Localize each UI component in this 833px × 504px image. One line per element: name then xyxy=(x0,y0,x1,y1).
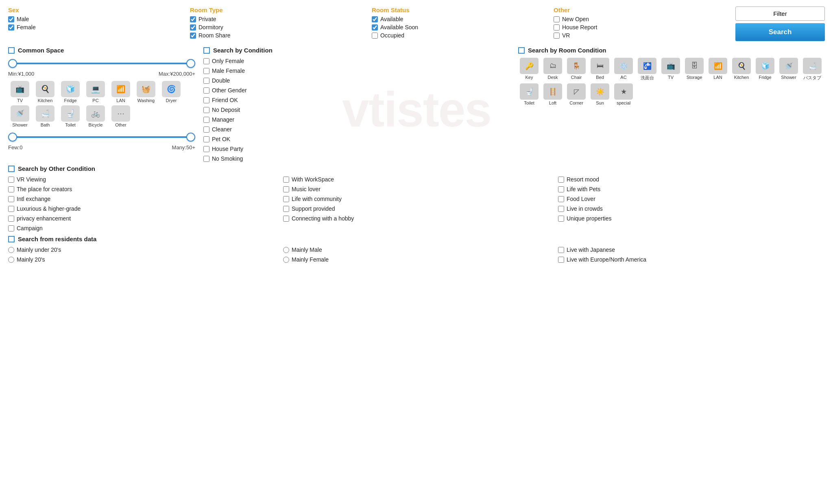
other-col1-cb-3[interactable] xyxy=(283,206,289,212)
condition-checkbox-2[interactable] xyxy=(203,78,209,84)
condition-checkbox-9[interactable] xyxy=(203,146,209,152)
room-type-share-row: Room Share xyxy=(190,32,364,39)
room-icon-item-lan[interactable]: 📶 LAN xyxy=(707,58,729,81)
other-col2-cb-3[interactable] xyxy=(558,206,564,212)
room-icon-box-14: 🪜 xyxy=(543,83,562,100)
other-col2-cb-2[interactable] xyxy=(558,196,564,202)
room-icon-box-10: 🧊 xyxy=(756,58,774,74)
other-col2-item-0: Resort mood xyxy=(558,176,825,183)
amenity-item-bicycle[interactable]: 🚲 Bicycle xyxy=(84,105,107,127)
residents-col3-input-1[interactable] xyxy=(558,257,564,263)
condition-checkbox-8[interactable] xyxy=(203,136,209,142)
other-vr-checkbox[interactable] xyxy=(554,33,560,39)
amenity-item-tv[interactable]: 📺 TV xyxy=(8,81,32,103)
room-icon-item-kitchen[interactable]: 🍳 Kitchen xyxy=(731,58,752,81)
price-min-label: Min:¥1,000 xyxy=(8,71,34,77)
condition-checkbox-10[interactable] xyxy=(203,156,209,162)
amenity-icon-11: ⋯ xyxy=(111,105,130,122)
filter-button[interactable]: Filter xyxy=(735,7,825,21)
room-icon-item-バスタブ[interactable]: 🛁 バスタブ xyxy=(801,58,823,81)
amenity-item-lan[interactable]: 📶 LAN xyxy=(109,81,133,103)
room-icon-label-8: LAN xyxy=(713,75,722,80)
room-status-label: Room Status xyxy=(372,7,545,13)
amenity-item-shower[interactable]: 🚿 Shower xyxy=(8,105,32,127)
people-slider-min-handle[interactable] xyxy=(8,133,17,142)
residents-col3-input-0[interactable] xyxy=(558,247,564,253)
room-icon-item-bed[interactable]: 🛏 Bed xyxy=(589,58,611,81)
room-icon-label-0: Key xyxy=(526,75,533,80)
room-icon-item-special[interactable]: ★ special xyxy=(613,83,635,105)
amenity-item-other[interactable]: ⋯ Other xyxy=(109,105,133,127)
amenity-label-9: Toilet xyxy=(65,122,76,127)
room-status-occupied-checkbox[interactable] xyxy=(372,33,378,39)
room-icon-item-chair[interactable]: 🪑 Chair xyxy=(565,58,587,81)
other-vr-label: VR xyxy=(562,32,570,39)
sex-male-checkbox[interactable] xyxy=(8,16,14,22)
other-col2-cb-4[interactable] xyxy=(558,216,564,222)
condition-checkbox-0[interactable] xyxy=(203,58,209,64)
other-condition-section: Search by Other Condition VR ViewingThe … xyxy=(8,165,825,231)
other-col0-cb-5[interactable] xyxy=(8,225,14,231)
amenity-item-pc[interactable]: 💻 PC xyxy=(84,81,107,103)
amenity-item-washing[interactable]: 🧺 Washing xyxy=(134,81,158,103)
other-col0-cb-0[interactable] xyxy=(8,177,14,183)
room-type-private-checkbox[interactable] xyxy=(190,16,196,22)
amenity-item-fridge[interactable]: 🧊 Fridge xyxy=(59,81,82,103)
other-col1-cb-1[interactable] xyxy=(283,186,289,192)
room-icon-item-loft[interactable]: 🪜 Loft xyxy=(542,83,564,105)
amenity-item-bath[interactable]: 🛁 Bath xyxy=(33,105,57,127)
condition-item-3: Other Gender xyxy=(203,87,510,94)
room-icon-item-ac[interactable]: ❄️ AC xyxy=(613,58,635,81)
room-icon-item-shower[interactable]: 🚿 Shower xyxy=(778,58,800,81)
room-icon-item-sun[interactable]: ☀️ Sun xyxy=(589,83,611,105)
other-housereport-checkbox[interactable] xyxy=(554,24,560,31)
condition-label-6: Manager xyxy=(212,116,234,123)
amenity-item-dryer[interactable]: 🌀 Dryer xyxy=(159,81,183,103)
room-icon-item-key[interactable]: 🔑 Key xyxy=(518,58,540,81)
other-col0-cb-2[interactable] xyxy=(8,196,14,202)
amenity-item-kitchen[interactable]: 🍳 Kitchen xyxy=(33,81,57,103)
room-icon-item-desk[interactable]: 🗂 Desk xyxy=(542,58,564,81)
residents-col2-input-0[interactable] xyxy=(283,247,289,253)
price-slider-max-handle[interactable] xyxy=(186,59,195,68)
condition-checkbox-5[interactable] xyxy=(203,107,209,113)
residents-col2-input-1[interactable] xyxy=(283,257,289,263)
room-status-soon-checkbox[interactable] xyxy=(372,24,378,31)
room-status-available-row: Available xyxy=(372,16,545,22)
room-status-available-checkbox[interactable] xyxy=(372,16,378,22)
other-col1-cb-0[interactable] xyxy=(283,177,289,183)
room-type-dormitory-checkbox[interactable] xyxy=(190,24,196,31)
room-icon-item-corner[interactable]: ◸ Corner xyxy=(565,83,587,105)
other-col1-cb-2[interactable] xyxy=(283,196,289,202)
price-slider-labels: Min:¥1,000 Max:¥200,000+ xyxy=(8,71,195,77)
sex-female-checkbox[interactable] xyxy=(8,24,14,31)
other-col1-cb-4[interactable] xyxy=(283,216,289,222)
condition-checkbox-6[interactable] xyxy=(203,117,209,123)
residents-col1-input-1[interactable] xyxy=(8,257,14,263)
room-icon-box-1: 🗂 xyxy=(543,58,562,74)
amenity-icon-7: 🚿 xyxy=(11,105,29,122)
main-grid: Common Space Min:¥1,000 Max:¥200,000+ xyxy=(8,47,825,263)
other-col2-cb-0[interactable] xyxy=(558,177,564,183)
room-icon-item-storage[interactable]: 🗄 Storage xyxy=(683,58,705,81)
amenity-item-toilet[interactable]: 🚽 Toilet xyxy=(59,105,82,127)
room-icon-item-fridge[interactable]: 🧊 Fridge xyxy=(754,58,776,81)
other-col0-cb-1[interactable] xyxy=(8,186,14,192)
other-col0-cb-3[interactable] xyxy=(8,206,14,212)
other-newopen-checkbox[interactable] xyxy=(554,16,560,22)
price-slider-min-handle[interactable] xyxy=(8,59,17,68)
search-button[interactable]: Search xyxy=(735,23,825,41)
room-icon-item-洗面台[interactable]: 🚰 洗面台 xyxy=(636,58,658,81)
amenity-label-8: Bath xyxy=(41,122,50,127)
people-slider-max-handle[interactable] xyxy=(186,133,195,142)
room-type-share-checkbox[interactable] xyxy=(190,33,196,39)
room-icon-item-tv[interactable]: 📺 TV xyxy=(660,58,682,81)
other-col0-cb-4[interactable] xyxy=(8,216,14,222)
other-col2-cb-1[interactable] xyxy=(558,186,564,192)
condition-checkbox-7[interactable] xyxy=(203,127,209,133)
room-icon-item-toilet[interactable]: 🚽 Toilet xyxy=(518,83,540,105)
condition-checkbox-1[interactable] xyxy=(203,68,209,74)
condition-checkbox-4[interactable] xyxy=(203,97,209,103)
residents-col1-input-0[interactable] xyxy=(8,247,14,253)
condition-checkbox-3[interactable] xyxy=(203,87,209,94)
